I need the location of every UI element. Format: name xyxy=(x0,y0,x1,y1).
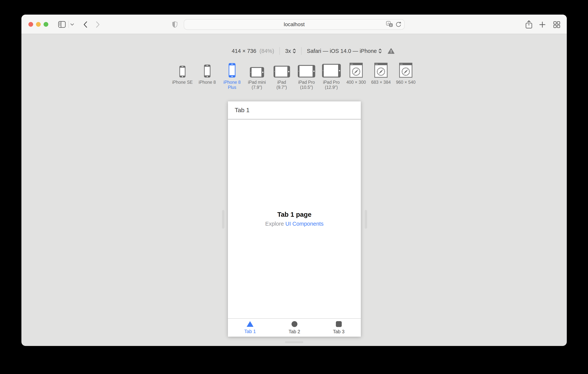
window-controls xyxy=(28,22,48,27)
user-agent-value: Safari — iOS 14.0 — iPhone xyxy=(307,48,377,54)
tab-label: Tab 2 xyxy=(289,329,300,334)
device-custom-683x384[interactable]: 683 × 384 xyxy=(369,63,393,90)
back-button[interactable] xyxy=(83,21,88,28)
forward-icon xyxy=(96,21,100,28)
circle-icon xyxy=(292,321,297,327)
page-title: Tab 1 page xyxy=(277,211,311,218)
sidebar-icon xyxy=(58,21,66,28)
preview-tab-tab-1[interactable]: Tab 1 xyxy=(228,319,272,337)
device-label: iPad Pro(12.9") xyxy=(323,80,340,90)
tab-overview-button[interactable] xyxy=(553,21,561,28)
tablet-icon xyxy=(250,67,264,78)
browser-window-icon xyxy=(374,63,388,78)
device-label: iPad mini(7.9") xyxy=(248,80,266,90)
reload-button[interactable] xyxy=(395,21,401,28)
sidebar-menu-button[interactable] xyxy=(70,23,74,26)
new-tab-button[interactable] xyxy=(539,21,546,28)
device-ipad[interactable]: iPad(9.7") xyxy=(269,63,294,90)
device-icon-box xyxy=(204,63,211,78)
device-label: iPhone 8 xyxy=(199,80,216,85)
share-button[interactable] xyxy=(525,20,533,29)
device-label: iPad(9.7") xyxy=(276,80,287,90)
tab-label: Tab 1 xyxy=(244,329,256,334)
preview-nav-title: Tab 1 xyxy=(235,107,250,114)
reload-icon xyxy=(395,21,401,27)
back-icon xyxy=(83,21,87,28)
device-iphone-8-plus[interactable]: iPhone 8Plus xyxy=(220,63,245,90)
zoom-button[interactable] xyxy=(43,22,48,27)
forward-button[interactable] xyxy=(95,21,100,28)
tablet-icon xyxy=(298,65,315,78)
device-label: iPad Pro(10.5") xyxy=(298,80,315,90)
browser-window-icon xyxy=(349,63,363,78)
toolbar-divider xyxy=(68,21,69,28)
resize-handle-bottom[interactable] xyxy=(285,341,303,343)
phone-icon xyxy=(204,64,211,78)
privacy-report-button[interactable] xyxy=(172,21,178,28)
square-icon xyxy=(336,321,342,327)
page-subtitle: Explore UI Components xyxy=(265,221,324,227)
user-agent-stepper[interactable] xyxy=(378,48,382,53)
close-button[interactable] xyxy=(28,22,33,27)
device-icon-box xyxy=(349,63,363,78)
device-icon-box xyxy=(273,63,290,78)
info-divider xyxy=(301,47,302,55)
minimize-button[interactable] xyxy=(36,22,41,27)
device-icon-box xyxy=(250,63,264,78)
device-label: 960 × 540 xyxy=(396,80,416,85)
phone-icon xyxy=(229,63,236,78)
device-icon-box xyxy=(229,63,236,78)
ui-components-link[interactable]: UI Components xyxy=(285,221,324,227)
address-bar[interactable]: localhost A xyxy=(184,19,405,30)
explore-text: Explore xyxy=(265,221,284,227)
device-icon-box xyxy=(298,63,315,78)
resize-handle-right[interactable] xyxy=(365,210,367,229)
warning-triangle-icon xyxy=(388,48,394,54)
device-ipad-mini[interactable]: iPad mini(7.9") xyxy=(245,63,269,90)
device-icon-box xyxy=(322,63,341,78)
privacy-shield-icon xyxy=(172,21,178,28)
scale-factor-value: 3x xyxy=(285,48,291,54)
tab-label: Tab 3 xyxy=(333,329,344,334)
resize-handle-left[interactable] xyxy=(222,210,224,229)
scale-factor-stepper[interactable] xyxy=(293,48,296,53)
preview-nav-bar: Tab 1 xyxy=(228,101,361,119)
device-label: iPhone SE xyxy=(172,80,193,85)
device-iphone-8[interactable]: iPhone 8 xyxy=(195,63,220,90)
tablet-icon xyxy=(273,65,290,78)
translate-icon: A xyxy=(386,21,393,27)
device-custom-960x540[interactable]: 960 × 540 xyxy=(393,63,418,90)
preview-page-content: Tab 1 page Explore UI Components xyxy=(228,119,361,318)
device-icon-box xyxy=(399,63,412,78)
tab-overview-icon xyxy=(553,21,560,28)
device-label: iPhone 8Plus xyxy=(223,80,241,90)
device-custom-400x300[interactable]: 400 × 300 xyxy=(344,63,369,90)
address-bar-icons: A xyxy=(386,20,401,29)
address-bar-url: localhost xyxy=(284,21,305,27)
preview-tab-tab-2[interactable]: Tab 2 xyxy=(272,319,316,337)
viewport-zoom: (84%) xyxy=(260,48,274,54)
triangle-icon xyxy=(247,321,253,327)
browser-toolbar: localhost A xyxy=(21,15,567,34)
share-icon xyxy=(525,20,533,29)
info-divider xyxy=(279,47,280,55)
device-ipad-pro-12-9[interactable]: iPad Pro(12.9") xyxy=(319,63,344,90)
safari-window: localhost A xyxy=(21,15,567,346)
device-ipad-pro-10-5[interactable]: iPad Pro(10.5") xyxy=(294,63,319,90)
translate-button[interactable]: A xyxy=(386,21,393,28)
browser-window-icon xyxy=(399,63,412,78)
console-warning-button[interactable] xyxy=(388,48,394,54)
viewport-dimensions: 414 × 736 xyxy=(232,48,256,54)
device-icon-box xyxy=(374,63,388,78)
sidebar-toggle-button[interactable] xyxy=(58,21,66,28)
chevron-down-icon xyxy=(70,23,74,26)
device-preview: Tab 1 Tab 1 page Explore UI Components T… xyxy=(228,101,361,337)
phone-icon xyxy=(179,65,186,78)
rdm-info-row: 414 × 736 (84%) 3x Safari — iOS 14.0 — i… xyxy=(40,47,567,55)
device-label: 400 × 300 xyxy=(346,80,366,85)
plus-icon xyxy=(539,21,545,28)
device-label: 683 × 384 xyxy=(371,80,391,85)
device-iphone-se[interactable]: iPhone SE xyxy=(170,63,195,90)
preview-tab-tab-3[interactable]: Tab 3 xyxy=(316,319,361,337)
device-selector-strip: iPhone SE iPhone 8 iPhone 8Plus iPad min… xyxy=(21,63,567,90)
